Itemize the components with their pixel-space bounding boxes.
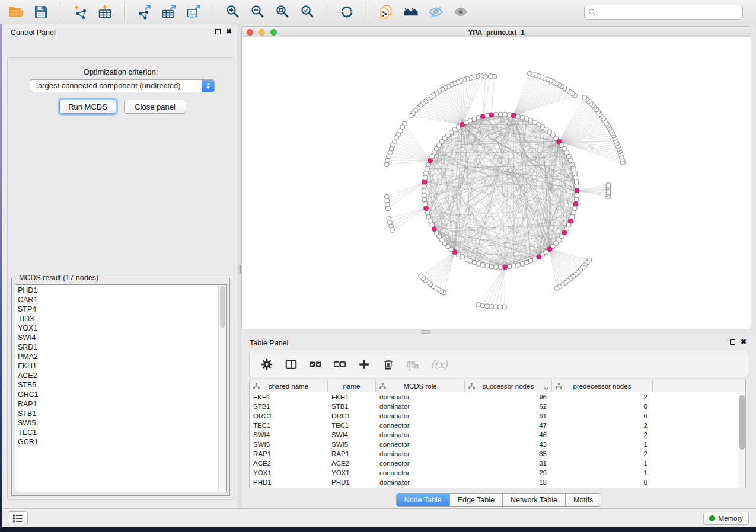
network-node[interactable] — [424, 171, 429, 175]
mcds-node[interactable] — [422, 180, 427, 184]
network-node[interactable] — [573, 206, 578, 211]
network-node[interactable] — [507, 264, 512, 269]
network-node[interactable] — [503, 112, 508, 117]
table-row[interactable]: ACE2ACE2connector311 — [250, 459, 745, 468]
export-table-icon[interactable] — [159, 2, 178, 22]
result-node-item[interactable]: SWI4 — [18, 333, 218, 342]
network-node[interactable] — [573, 171, 578, 175]
network-window-titlebar[interactable]: YPA_prune.txt_1 — [241, 26, 751, 37]
float-panel-icon[interactable] — [730, 339, 735, 345]
result-node-item[interactable]: ORC1 — [18, 390, 218, 399]
table-row[interactable]: FKH1FKH1dominator962 — [250, 392, 745, 402]
network-node[interactable] — [390, 227, 395, 232]
table-row[interactable]: RAP1RAP1dominator352 — [250, 449, 745, 459]
network-node[interactable] — [484, 304, 489, 309]
network-node[interactable] — [485, 113, 490, 118]
network-node[interactable] — [606, 183, 611, 188]
network-node[interactable] — [520, 262, 525, 267]
vertical-splitter[interactable] — [237, 24, 241, 508]
import-network-icon[interactable] — [70, 2, 90, 22]
first-neighbors-icon[interactable] — [401, 2, 420, 22]
horizontal-splitter[interactable] — [241, 329, 751, 335]
close-panel-button[interactable]: Close panel — [124, 100, 186, 114]
result-node-item[interactable]: GCR1 — [18, 437, 218, 447]
result-node-item[interactable]: YOX1 — [18, 323, 218, 333]
tab-motifs[interactable]: Motifs — [565, 494, 601, 506]
table-row[interactable]: TEC1TEC1connector472 — [250, 421, 745, 430]
network-node[interactable] — [497, 305, 502, 309]
mcds-node[interactable] — [424, 206, 429, 211]
task-history-button[interactable] — [8, 511, 28, 525]
table-row[interactable]: STB1STB1dominator620 — [250, 402, 745, 411]
mcds-node[interactable] — [503, 265, 508, 270]
tab-network-table[interactable]: Network Table — [502, 494, 565, 506]
table-row[interactable]: SWI5SWI5connector431 — [250, 440, 745, 449]
result-node-item[interactable]: STB5 — [18, 380, 218, 390]
network-node[interactable] — [385, 206, 390, 211]
network-node[interactable] — [419, 274, 423, 278]
column-header-shared-name[interactable]: shared name — [250, 380, 328, 392]
network-node[interactable] — [575, 193, 579, 198]
mcds-node[interactable] — [480, 114, 485, 119]
network-node[interactable] — [480, 263, 485, 268]
network-node[interactable] — [502, 305, 507, 309]
network-node[interactable] — [423, 175, 428, 180]
deselect-all-icon[interactable] — [333, 358, 346, 371]
close-panel-icon[interactable]: ✖ — [741, 339, 747, 345]
splitter-handle[interactable] — [238, 265, 241, 274]
mcds-node[interactable] — [575, 188, 579, 193]
search-input[interactable] — [596, 8, 739, 17]
network-node[interactable] — [572, 166, 576, 171]
zoom-in-icon[interactable] — [223, 2, 243, 22]
refresh-view-icon[interactable] — [337, 2, 356, 22]
network-node[interactable] — [422, 184, 426, 189]
result-node-item[interactable]: SRD1 — [18, 342, 218, 352]
hide-selected-icon[interactable] — [426, 2, 445, 22]
result-node-item[interactable]: PHD1 — [18, 286, 218, 295]
network-node[interactable] — [423, 201, 428, 206]
select-all-icon[interactable] — [309, 358, 322, 371]
import-table-icon[interactable] — [95, 2, 114, 22]
zoom-out-icon[interactable] — [248, 2, 267, 22]
column-header-name[interactable]: name — [328, 380, 376, 392]
network-node[interactable] — [574, 180, 579, 184]
tab-edge-table[interactable]: Edge Table — [449, 494, 502, 506]
network-node[interactable] — [582, 95, 587, 100]
result-node-item[interactable]: FKH1 — [18, 361, 218, 371]
network-node[interactable] — [511, 264, 516, 268]
network-node[interactable] — [425, 210, 429, 215]
network-node[interactable] — [527, 71, 532, 76]
result-node-item[interactable]: RAP1 — [18, 399, 218, 409]
network-node[interactable] — [422, 197, 427, 202]
float-panel-icon[interactable] — [215, 29, 221, 34]
show-all-icon[interactable] — [451, 2, 470, 22]
run-mcds-button[interactable]: Run MCDS — [59, 100, 116, 114]
network-node[interactable] — [574, 197, 579, 202]
network-node[interactable] — [480, 303, 485, 308]
export-network-icon[interactable] — [134, 2, 154, 22]
network-node[interactable] — [384, 162, 389, 167]
sort-menu-icon[interactable] — [544, 384, 548, 392]
network-node[interactable] — [409, 113, 413, 118]
result-node-item[interactable]: TID3 — [18, 314, 218, 323]
mcds-node[interactable] — [511, 113, 516, 118]
network-node[interactable] — [493, 305, 498, 309]
save-session-icon[interactable] — [31, 2, 50, 22]
add-column-icon[interactable] — [358, 358, 371, 371]
zoom-fit-icon[interactable] — [273, 2, 292, 22]
network-node[interactable] — [554, 286, 559, 291]
column-header-successor-nodes[interactable]: successor nodes — [465, 380, 552, 392]
close-panel-icon[interactable]: ✖ — [226, 28, 232, 34]
result-node-item[interactable]: STB1 — [18, 409, 218, 418]
table-row[interactable]: YOX1YOX1connector291 — [250, 468, 745, 477]
result-node-item[interactable]: TEC1 — [18, 428, 218, 437]
network-node[interactable] — [485, 264, 490, 268]
network-node[interactable] — [483, 75, 488, 79]
mcds-node[interactable] — [489, 113, 494, 117]
network-node[interactable] — [516, 263, 521, 268]
network-node[interactable] — [494, 265, 499, 270]
memory-button[interactable]: Memory — [703, 512, 749, 525]
network-node[interactable] — [573, 175, 578, 180]
network-node[interactable] — [498, 265, 503, 270]
network-node[interactable] — [422, 193, 426, 198]
